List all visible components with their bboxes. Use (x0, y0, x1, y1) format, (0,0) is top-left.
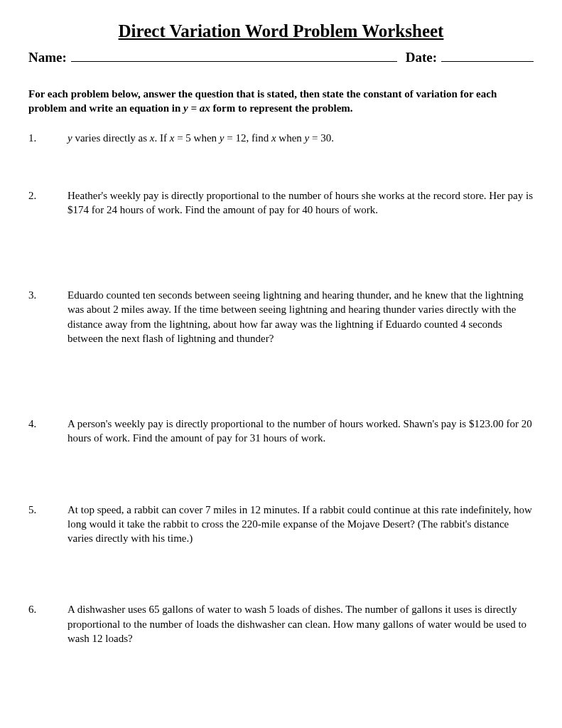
text: = 12, find (225, 132, 271, 144)
header-row: Name: Date: (28, 47, 534, 65)
problem-6: 6. A dishwasher uses 65 gallons of water… (28, 602, 534, 646)
problems-list: 1. y varies directly as x. If x = 5 when… (28, 131, 534, 646)
problem-text: y varies directly as x. If x = 5 when y … (67, 131, 534, 145)
problem-2: 2. Heather's weekly pay is directly prop… (28, 188, 534, 218)
var-x: x (271, 132, 276, 144)
problem-5: 5. At top speed, a rabbit can cover 7 mi… (28, 503, 534, 546)
date-input-line[interactable] (441, 47, 534, 62)
problem-text: Heather's weekly pay is directly proport… (67, 188, 534, 218)
problem-4: 4. A person's weekly pay is directly pro… (28, 417, 534, 446)
worksheet-title: Direct Variation Word Problem Worksheet (28, 21, 534, 41)
instructions-part2: form to represent the problem. (210, 102, 353, 114)
problem-text: A dishwasher uses 65 gallons of water to… (67, 602, 534, 646)
var-y: y (67, 132, 72, 144)
problem-number: 2. (28, 188, 67, 218)
problem-number: 4. (28, 417, 67, 446)
instructions: For each problem below, answer the quest… (28, 87, 534, 116)
problem-3: 3. Eduardo counted ten seconds between s… (28, 288, 534, 346)
text: = 5 when (174, 132, 219, 144)
instructions-equation: y = ax (183, 102, 210, 114)
problem-text: Eduardo counted ten seconds between seei… (67, 288, 534, 346)
var-y: y (220, 132, 225, 144)
text: varies directly as (72, 132, 150, 144)
text: when (276, 132, 305, 144)
problem-text: At top speed, a rabbit can cover 7 miles… (67, 503, 534, 546)
problem-number: 6. (28, 602, 67, 646)
name-label: Name: (28, 50, 67, 65)
text: . If (154, 132, 169, 144)
text: = 30. (309, 132, 334, 144)
problem-number: 5. (28, 503, 67, 546)
name-input-line[interactable] (71, 47, 397, 62)
problem-number: 1. (28, 131, 67, 145)
date-label: Date: (406, 50, 437, 65)
problem-number: 3. (28, 288, 67, 346)
problem-1: 1. y varies directly as x. If x = 5 when… (28, 131, 534, 145)
problem-text: A person's weekly pay is directly propor… (67, 417, 534, 446)
